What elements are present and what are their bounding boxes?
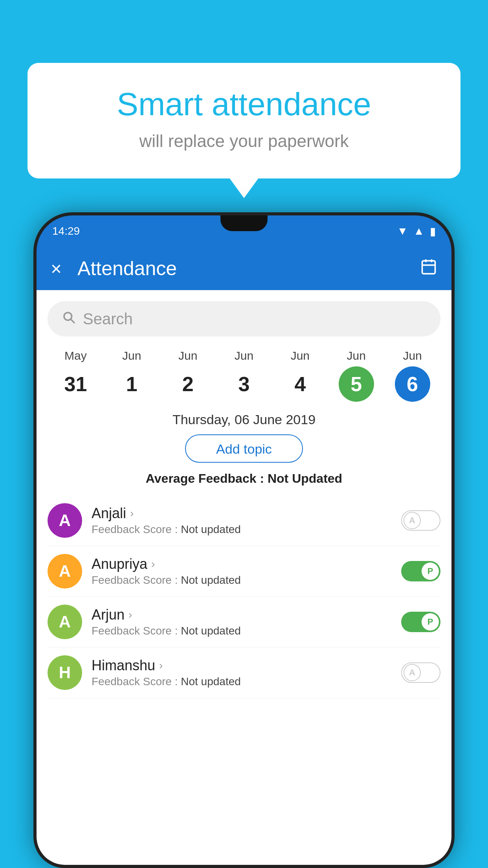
phone-frame: 14:29 ▼ ▲ ▮ × Attendance xyxy=(33,212,455,868)
attendance-toggle[interactable]: A xyxy=(401,662,440,683)
avatar: H xyxy=(48,655,82,690)
toggle-knob: A xyxy=(404,664,421,681)
feedback-score: Feedback Score : Not updated xyxy=(92,523,392,536)
add-topic-button[interactable]: Add topic xyxy=(185,434,303,463)
battery-icon: ▮ xyxy=(430,225,436,238)
cal-month-label: Jun xyxy=(122,349,141,362)
status-bar: 14:29 ▼ ▲ ▮ xyxy=(37,215,451,247)
feedback-score: Feedback Score : Not updated xyxy=(92,675,392,688)
toggle-knob: P xyxy=(422,613,439,631)
search-icon xyxy=(62,310,76,328)
student-info: Anjali ›Feedback Score : Not updated xyxy=(92,505,392,536)
cal-month-label: Jun xyxy=(235,349,253,362)
toggle-on[interactable]: P xyxy=(401,612,440,632)
avg-feedback-prefix: Average Feedback : xyxy=(146,471,268,485)
header-title: Attendance xyxy=(77,257,420,280)
chevron-right-icon: › xyxy=(159,659,163,672)
cal-month-label: Jun xyxy=(347,349,366,362)
calendar-day[interactable]: Jun4 xyxy=(272,349,328,402)
student-name: Anjali › xyxy=(92,505,392,522)
attendance-toggle[interactable]: P xyxy=(401,561,440,581)
chevron-right-icon: › xyxy=(128,609,132,621)
calendar-strip: May31Jun1Jun2Jun3Jun4Jun5Jun6 xyxy=(37,343,451,408)
close-button[interactable]: × xyxy=(51,258,62,280)
signal-icon: ▲ xyxy=(413,225,424,237)
wifi-icon: ▼ xyxy=(397,225,408,237)
toggle-off[interactable]: A xyxy=(401,510,440,531)
notch xyxy=(220,215,268,231)
toggle-on[interactable]: P xyxy=(401,561,440,581)
svg-line-5 xyxy=(71,319,75,323)
cal-date-number[interactable]: 2 xyxy=(170,366,205,402)
search-placeholder: Search xyxy=(83,310,133,328)
status-time: 14:29 xyxy=(52,225,80,237)
cal-date-number[interactable]: 31 xyxy=(58,366,93,402)
bubble-title: Smart attendance xyxy=(59,86,429,122)
student-name: Anupriya › xyxy=(92,556,392,572)
avg-feedback: Average Feedback : Not Updated xyxy=(37,471,451,486)
cal-date-number[interactable]: 5 xyxy=(339,366,374,402)
selected-date-label: Thursday, 06 June 2019 xyxy=(37,412,451,427)
student-info: Arjun ›Feedback Score : Not updated xyxy=(92,607,392,637)
toggle-knob: P xyxy=(422,563,439,580)
calendar-day[interactable]: Jun2 xyxy=(160,349,216,402)
cal-month-label: May xyxy=(64,349,87,362)
student-info: Himanshu ›Feedback Score : Not updated xyxy=(92,657,392,688)
cal-date-number[interactable]: 4 xyxy=(283,366,318,402)
student-row[interactable]: AArjun ›Feedback Score : Not updatedP xyxy=(48,597,440,647)
speech-bubble: Smart attendance will replace your paper… xyxy=(28,63,460,178)
cal-date-number[interactable]: 6 xyxy=(395,366,430,402)
phone-content: Search May31Jun1Jun2Jun3Jun4Jun5Jun6 Thu… xyxy=(37,290,451,865)
cal-date-number[interactable]: 1 xyxy=(114,366,149,402)
app-header: × Attendance xyxy=(37,247,451,290)
cal-month-label: Jun xyxy=(178,349,197,362)
toggle-knob: A xyxy=(404,512,421,529)
search-bar[interactable]: Search xyxy=(48,301,440,337)
student-name: Arjun › xyxy=(92,607,392,623)
attendance-toggle[interactable]: P xyxy=(401,612,440,632)
calendar-day[interactable]: Jun1 xyxy=(104,349,160,402)
student-name: Himanshu › xyxy=(92,657,392,674)
svg-point-4 xyxy=(64,313,72,320)
avatar: A xyxy=(48,554,82,588)
bubble-subtitle: will replace your paperwork xyxy=(59,131,429,151)
feedback-score: Feedback Score : Not updated xyxy=(92,574,392,587)
chevron-right-icon: › xyxy=(151,558,155,570)
student-row[interactable]: AAnupriya ›Feedback Score : Not updatedP xyxy=(48,546,440,597)
avatar: A xyxy=(48,503,82,538)
feedback-score: Feedback Score : Not updated xyxy=(92,625,392,637)
cal-month-label: Jun xyxy=(403,349,422,362)
avg-feedback-value: Not Updated xyxy=(268,471,342,485)
student-row[interactable]: AAnjali ›Feedback Score : Not updatedA xyxy=(48,495,440,546)
status-icons: ▼ ▲ ▮ xyxy=(397,225,436,238)
avatar: A xyxy=(48,605,82,639)
calendar-icon[interactable] xyxy=(420,258,437,279)
svg-rect-0 xyxy=(422,261,435,274)
cal-month-label: Jun xyxy=(291,349,310,362)
student-row[interactable]: HHimanshu ›Feedback Score : Not updatedA xyxy=(48,647,440,698)
calendar-day[interactable]: May31 xyxy=(48,349,104,402)
calendar-day[interactable]: Jun3 xyxy=(216,349,272,402)
attendance-toggle[interactable]: A xyxy=(401,510,440,531)
calendar-day[interactable]: Jun6 xyxy=(384,349,440,402)
calendar-day[interactable]: Jun5 xyxy=(328,349,384,402)
cal-date-number[interactable]: 3 xyxy=(226,366,262,402)
student-info: Anupriya ›Feedback Score : Not updated xyxy=(92,556,392,587)
chevron-right-icon: › xyxy=(130,507,134,520)
toggle-off[interactable]: A xyxy=(401,662,440,683)
student-list: AAnjali ›Feedback Score : Not updatedAAA… xyxy=(37,495,451,698)
